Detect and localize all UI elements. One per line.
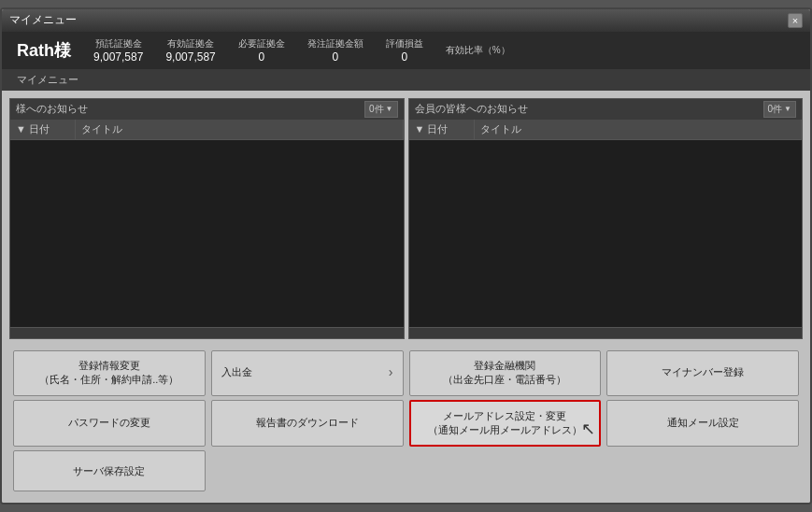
left-col-title: タイトル <box>76 120 404 139</box>
btn-email[interactable]: メールアドレス設定・変更 （通知メール用メールアドレス） ↖ <box>409 400 602 448</box>
stat-order: 発注証拠金額 0 <box>307 37 363 64</box>
empty-cell-3 <box>606 450 799 491</box>
close-button[interactable]: × <box>788 13 803 28</box>
top-bar: Rath様 預託証拠金 9,007,587 有効証拠金 9,007,587 必要… <box>2 32 810 69</box>
left-table-header: ▼ 日付 タイトル <box>10 120 404 140</box>
btn-bank[interactable]: 登録金融機関 （出金先口座・電話番号） <box>409 350 602 396</box>
right-scrollbar[interactable] <box>409 327 803 338</box>
notifications-row: 様へのお知らせ 0件 ▼ ▼ 日付 タイトル 会員の皆様へのお知らせ <box>9 98 803 339</box>
stat-effective: 有効証拠金 9,007,587 <box>165 37 215 64</box>
right-table-body[interactable] <box>409 140 803 327</box>
left-notification-panel: 様へのお知らせ 0件 ▼ ▼ 日付 タイトル <box>9 98 405 339</box>
user-name: Rath様 <box>17 39 71 62</box>
btn-deposit[interactable]: 入出金 › <box>211 350 404 396</box>
left-col-date: ▼ 日付 <box>10 120 76 139</box>
main-window: マイメニュー × Rath様 預託証拠金 9,007,587 有効証拠金 9,0… <box>0 7 812 505</box>
left-panel-title: 様へのお知らせ <box>16 102 88 116</box>
stat-deposited: 預託証拠金 9,007,587 <box>93 37 143 64</box>
menu-bar-label: マイメニュー <box>17 73 78 87</box>
arrow-icon: › <box>389 363 393 382</box>
btn-report[interactable]: 報告書のダウンロード <box>211 400 404 448</box>
left-panel-header: 様へのお知らせ 0件 ▼ <box>10 99 404 120</box>
stat-required: 必要証拠金 0 <box>238 37 285 64</box>
right-table-header: ▼ 日付 タイトル <box>409 120 803 140</box>
left-panel-count-selector[interactable]: 0件 ▼ <box>364 101 397 118</box>
stat-ratio: 有効比率（%） <box>446 44 510 57</box>
right-notification-panel: 会員の皆様へのお知らせ 0件 ▼ ▼ 日付 タイトル <box>408 98 804 339</box>
btn-registration[interactable]: 登録情報変更 （氏名・住所・解約申請..等） <box>13 350 206 396</box>
right-col-date: ▼ 日付 <box>409 120 475 139</box>
cursor-icon: ↖ <box>581 418 595 441</box>
content-area: 様へのお知らせ 0件 ▼ ▼ 日付 タイトル 会員の皆様へのお知らせ <box>2 91 810 504</box>
btn-mynumber[interactable]: マイナンバー登録 <box>606 350 799 396</box>
left-scrollbar[interactable] <box>10 327 404 338</box>
buttons-row3: サーバ保存設定 <box>9 450 803 495</box>
menu-bar: マイメニュー <box>2 69 810 91</box>
right-panel-count-selector[interactable]: 0件 ▼ <box>763 101 796 118</box>
empty-cell-2 <box>409 450 602 491</box>
title-bar: マイメニュー × <box>2 9 810 32</box>
window-title: マイメニュー <box>9 12 77 28</box>
btn-password[interactable]: パスワードの変更 <box>13 400 206 448</box>
btn-server[interactable]: サーバ保存設定 <box>13 450 206 491</box>
right-panel-header: 会員の皆様へのお知らせ 0件 ▼ <box>409 99 803 120</box>
buttons-row1: 登録情報変更 （氏名・住所・解約申請..等） 入出金 › 登録金融機関 （出金先… <box>9 343 803 400</box>
left-table-body[interactable] <box>10 140 404 327</box>
btn-notif[interactable]: 通知メール設定 <box>606 400 799 448</box>
buttons-row2: パスワードの変更 報告書のダウンロード メールアドレス設定・変更 （通知メール用… <box>9 400 803 451</box>
right-col-title: タイトル <box>475 120 803 139</box>
stat-pl: 評価損益 0 <box>386 37 423 64</box>
empty-cell-1 <box>211 450 404 491</box>
right-panel-title: 会員の皆様へのお知らせ <box>415 102 528 116</box>
